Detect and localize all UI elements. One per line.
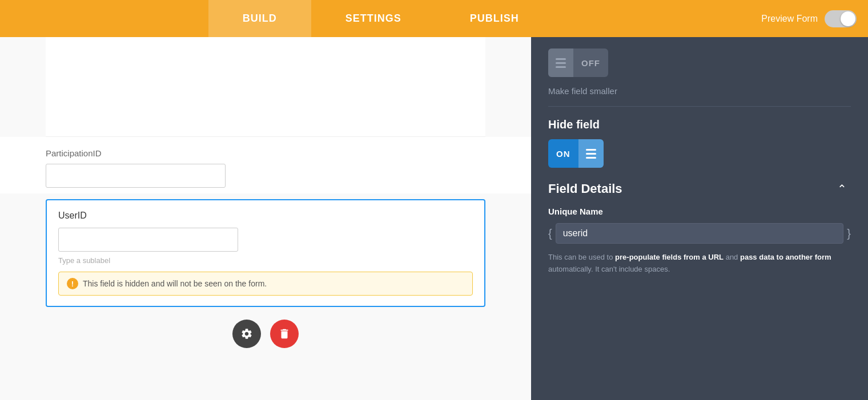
userid-label: UserID [58, 211, 473, 221]
divider-1 [548, 106, 851, 107]
unique-name-description: This can be used to pre-populate fields … [548, 252, 851, 276]
make-smaller-label: Make field smaller [548, 86, 851, 96]
gear-button[interactable] [232, 320, 261, 348]
toggle-lines-icon [548, 49, 573, 77]
tab-build[interactable]: BUILD [208, 0, 311, 37]
participation-id-input[interactable] [46, 164, 226, 188]
tab-settings[interactable]: SETTINGS [311, 0, 436, 37]
field-details-title: Field Details [548, 181, 622, 196]
hide-field-toggle-label: ON [548, 149, 578, 159]
make-smaller-toggle-label: OFF [573, 58, 608, 68]
line1 [556, 58, 566, 60]
hide-line3 [586, 157, 596, 159]
hide-line1 [586, 149, 596, 151]
tab-publish[interactable]: PUBLISH [436, 0, 553, 37]
preview-form-toggle[interactable] [825, 10, 857, 27]
open-brace: { [548, 227, 552, 240]
hidden-warning-text: This field is hidden and will not be see… [83, 279, 267, 288]
preview-form-area: Preview Form [761, 10, 868, 27]
line3 [556, 66, 566, 68]
gear-icon [240, 328, 253, 340]
nav-tabs: BUILD SETTINGS PUBLISH [0, 0, 761, 37]
hide-toggle-lines-icon [578, 139, 604, 168]
right-panel: OFF Make field smaller Hide field ON Fie… [531, 37, 868, 400]
participation-id-label: ParticipationID [46, 148, 485, 158]
chevron-up-icon[interactable]: ⌃ [837, 182, 851, 196]
hidden-field-warning: ! This field is hidden and will not be s… [58, 272, 473, 296]
top-form-area [46, 37, 485, 137]
form-area: ParticipationID UserID Type a sublabel !… [0, 37, 531, 400]
delete-button[interactable] [270, 320, 299, 348]
preview-form-label: Preview Form [761, 14, 818, 24]
close-brace: } [847, 227, 851, 240]
unique-name-row: { } [548, 223, 851, 244]
toggle-knob [841, 11, 855, 26]
hide-field-title: Hide field [548, 118, 851, 131]
header: BUILD SETTINGS PUBLISH Preview Form [0, 0, 868, 37]
field-actions [46, 313, 485, 355]
field-details-header: Field Details ⌃ [548, 181, 851, 196]
userid-field-block: UserID Type a sublabel ! This field is h… [46, 199, 485, 307]
warning-icon: ! [67, 278, 78, 289]
hide-line2 [586, 153, 596, 155]
line2 [556, 62, 566, 64]
hide-field-toggle[interactable]: ON [548, 139, 604, 168]
participation-id-block: ParticipationID [0, 137, 531, 193]
trash-icon [278, 328, 291, 340]
userid-input[interactable] [58, 228, 238, 252]
make-smaller-toggle[interactable]: OFF [548, 49, 608, 77]
userid-sublabel: Type a sublabel [58, 256, 473, 265]
unique-name-input[interactable] [556, 223, 844, 244]
unique-name-label: Unique Name [548, 207, 851, 216]
main-layout: ParticipationID UserID Type a sublabel !… [0, 37, 868, 400]
